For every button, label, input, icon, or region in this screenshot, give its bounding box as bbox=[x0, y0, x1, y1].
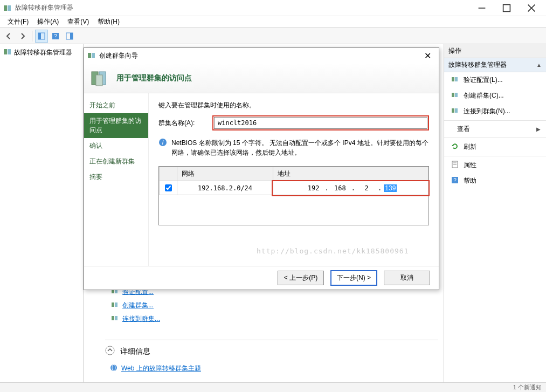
menubar: 文件(F) 操作(A) 查看(V) 帮助(H) bbox=[0, 16, 546, 28]
cluster-name-input[interactable] bbox=[214, 117, 427, 129]
wiz-step-access-point[interactable]: 用于管理群集的访问点 bbox=[84, 113, 148, 138]
action-connect[interactable]: 连接到群集(N)... bbox=[444, 104, 546, 119]
toolbar-pane2-button[interactable] bbox=[63, 30, 76, 43]
ip-octet-4[interactable]: 139 bbox=[384, 184, 397, 192]
ip-octet-1[interactable] bbox=[305, 184, 323, 192]
properties-icon bbox=[451, 160, 459, 170]
create-icon bbox=[110, 300, 119, 311]
detail-section: 详细信息 Web 上的故障转移群集主题 bbox=[105, 340, 438, 374]
next-button[interactable]: 下一步(N) > bbox=[330, 270, 377, 286]
menu-action[interactable]: 操作(A) bbox=[33, 16, 63, 27]
address-cell: . . . 139 bbox=[273, 181, 428, 195]
wizard-nav: 开始之前 用于管理群集的访问点 确认 正在创建新群集 摘要 bbox=[84, 93, 149, 266]
action-refresh[interactable]: 刷新 bbox=[444, 139, 546, 155]
minimize-button[interactable] bbox=[469, 0, 494, 16]
nav-back-button[interactable] bbox=[2, 30, 15, 43]
col-address-header: 地址 bbox=[273, 167, 428, 181]
divider bbox=[444, 156, 546, 156]
maximize-button[interactable] bbox=[494, 0, 519, 16]
web-topic-link[interactable]: Web 上的故障转移群集主题 bbox=[121, 364, 201, 373]
actions-group-label: 故障转移群集管理器 bbox=[448, 60, 507, 70]
wizard-icon bbox=[87, 51, 96, 60]
menu-file[interactable]: 文件(F) bbox=[3, 16, 33, 27]
dialog-footer: < 上一步(P) 下一步(N) > 取消 bbox=[84, 266, 439, 290]
netbios-info-text: NetBIOS 名称限制为 15 个字符。 无法自动配置一个或多个 IPv4 地… bbox=[171, 138, 429, 157]
action-create[interactable]: 创建群集(C)... bbox=[444, 88, 546, 104]
close-button[interactable] bbox=[519, 0, 544, 16]
svg-point-20 bbox=[106, 346, 114, 355]
dialog-body: 开始之前 用于管理群集的访问点 确认 正在创建新群集 摘要 键入要在管理群集时使… bbox=[84, 93, 439, 266]
action-validate-label: 验证配置(L)... bbox=[464, 75, 503, 85]
cancel-button[interactable]: 取消 bbox=[384, 271, 430, 285]
dialog-titlebar: 创建群集向导 ✕ bbox=[84, 48, 439, 63]
app-icon bbox=[3, 4, 12, 12]
action-refresh-label: 刷新 bbox=[464, 142, 476, 152]
network-table: 网络 地址 192.168.2.0/24 . . bbox=[159, 167, 428, 195]
menu-help[interactable]: 帮助(H) bbox=[93, 16, 124, 27]
svg-rect-12 bbox=[4, 49, 7, 54]
link-connect-label: 连接到群集... bbox=[122, 314, 160, 324]
action-validate[interactable]: 验证配置(L)... bbox=[444, 72, 546, 88]
refresh-icon bbox=[451, 142, 459, 152]
network-row-checkbox[interactable] bbox=[165, 184, 172, 191]
wiz-step-creating[interactable]: 正在创建新群集 bbox=[84, 154, 148, 169]
link-create-cluster[interactable]: 创建群集... bbox=[110, 300, 160, 311]
instruction-text: 键入要在管理群集时使用的名称。 bbox=[158, 101, 429, 110]
toolbar: ? bbox=[0, 28, 546, 44]
wiz-step-confirm[interactable]: 确认 bbox=[84, 138, 148, 154]
tree-pane: 故障转移群集管理器 bbox=[0, 44, 84, 382]
status-notify[interactable]: 1 个新通知 bbox=[513, 383, 542, 391]
window-titlebar: 故障转移群集管理器 bbox=[0, 0, 546, 16]
tree-root-item[interactable]: 故障转移群集管理器 bbox=[2, 46, 81, 59]
ip-octet-2[interactable] bbox=[331, 184, 349, 192]
svg-rect-27 bbox=[452, 108, 454, 113]
svg-text:?: ? bbox=[453, 177, 457, 183]
action-view[interactable]: 查看 ▶ bbox=[444, 122, 546, 136]
svg-rect-17 bbox=[115, 302, 118, 307]
nav-forward-button[interactable] bbox=[16, 30, 29, 43]
divider bbox=[444, 120, 546, 121]
menu-view[interactable]: 查看(V) bbox=[63, 16, 93, 27]
collapse-icon bbox=[105, 346, 115, 357]
prev-button[interactable]: < 上一步(P) bbox=[278, 271, 324, 285]
collapse-chevron-icon[interactable]: ▲ bbox=[536, 62, 542, 68]
connect-icon bbox=[451, 106, 459, 116]
svg-rect-11 bbox=[70, 33, 73, 39]
svg-rect-16 bbox=[112, 302, 114, 307]
wizard-content: 键入要在管理群集时使用的名称。 群集名称(A): i NetBIOS 名称限制为… bbox=[149, 93, 439, 266]
action-help-label: 帮助 bbox=[464, 176, 476, 185]
table-row: 192.168.2.0/24 . . . 139 bbox=[160, 181, 428, 195]
ip-octet-3[interactable] bbox=[357, 184, 376, 192]
watermark-text: http://blog.csdn.net/kk185800961 bbox=[257, 247, 409, 255]
wiz-step-before[interactable]: 开始之前 bbox=[84, 98, 148, 113]
actions-header: 操作 bbox=[444, 44, 546, 58]
action-properties-label: 属性 bbox=[464, 161, 476, 170]
create-cluster-wizard-dialog: 创建群集向导 ✕ 用于管理群集的访问点 开始之前 用于管理群集的访问点 确认 正… bbox=[84, 47, 439, 290]
dialog-close-button[interactable]: ✕ bbox=[419, 49, 436, 62]
svg-rect-23 bbox=[452, 77, 454, 81]
toolbar-help-button[interactable]: ? bbox=[49, 30, 62, 43]
dialog-header: 用于管理群集的访问点 bbox=[84, 63, 439, 93]
toolbar-pane1-button[interactable] bbox=[35, 30, 48, 43]
toolbar-separator bbox=[32, 31, 32, 42]
action-properties[interactable]: 属性 bbox=[444, 157, 546, 173]
link-create-label: 创建群集... bbox=[122, 301, 154, 310]
netbios-info-row: i NetBIOS 名称限制为 15 个字符。 无法自动配置一个或多个 IPv4… bbox=[158, 138, 429, 157]
validate-icon bbox=[451, 75, 459, 85]
actions-pane: 操作 故障转移群集管理器 ▲ 验证配置(L)... 创建群集(C)... 连接到… bbox=[444, 44, 546, 382]
header-icon bbox=[89, 67, 111, 89]
svg-rect-3 bbox=[503, 4, 510, 11]
svg-rect-1 bbox=[8, 5, 11, 11]
actions-group-title: 故障转移群集管理器 ▲ bbox=[444, 58, 546, 72]
network-cidr-cell: 192.168.2.0/24 bbox=[177, 181, 273, 195]
action-help[interactable]: ? 帮助 bbox=[444, 173, 546, 189]
wiz-step-summary[interactable]: 摘要 bbox=[84, 169, 148, 185]
svg-point-21 bbox=[110, 365, 117, 371]
cluster-name-row: 群集名称(A): bbox=[158, 115, 429, 130]
network-table-container: 网络 地址 192.168.2.0/24 . . bbox=[158, 166, 429, 225]
svg-rect-28 bbox=[455, 108, 458, 113]
link-connect-cluster[interactable]: 连接到群集... bbox=[110, 314, 160, 324]
detail-header[interactable]: 详细信息 bbox=[105, 346, 438, 357]
detail-title: 详细信息 bbox=[120, 347, 150, 356]
svg-rect-35 bbox=[92, 53, 95, 58]
